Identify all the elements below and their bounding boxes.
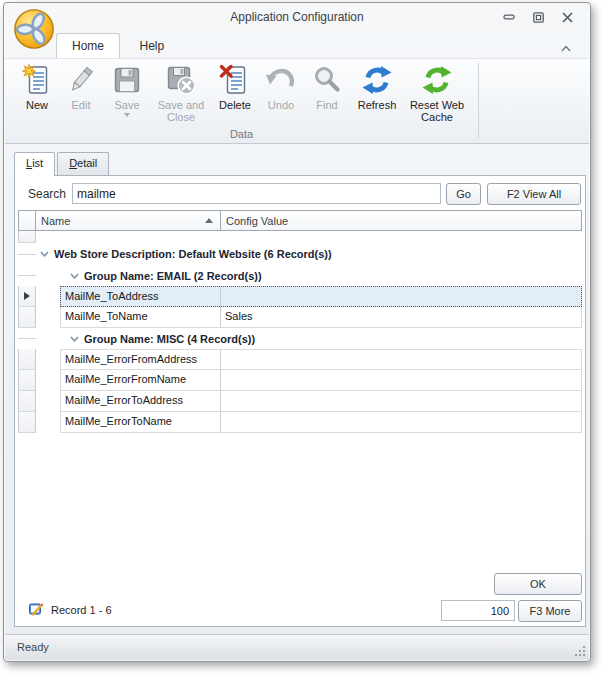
tab-list-label: List <box>26 157 43 169</box>
cell-config-value[interactable] <box>221 349 582 370</box>
close-icon <box>562 12 573 23</box>
ribbon-buttons: New Edit <box>15 62 471 125</box>
cell-name[interactable]: MailMe_ErrorToName <box>60 412 221 433</box>
save-and-close-button-label: Save and Close <box>155 99 207 123</box>
tab-detail[interactable]: Detail <box>57 152 109 175</box>
row-header-stub <box>18 210 36 231</box>
row-indent <box>36 391 60 412</box>
row-header-cell <box>18 254 36 255</box>
cell-config-value[interactable] <box>221 391 582 412</box>
cell-name[interactable]: MailMe_ErrorToAddress <box>60 391 221 412</box>
ribbon-group-separator <box>478 63 479 138</box>
application-window: Application Configuration <box>3 2 591 662</box>
cell-name[interactable]: MailMe_ToName <box>60 307 221 328</box>
collapse-ribbon-button[interactable] <box>560 40 574 52</box>
save-button-label: Save <box>114 99 139 111</box>
status-text: Ready <box>17 641 49 653</box>
reset-web-cache-button[interactable]: Reset Web Cache <box>404 62 470 125</box>
record-count-label: Record 1 - 6 <box>51 604 112 616</box>
chevron-down-icon[interactable] <box>69 271 80 281</box>
tab-list[interactable]: List <box>14 152 55 176</box>
record-book-icon <box>28 601 44 617</box>
group-label: Group Name: MISC (4 Record(s)) <box>84 333 255 345</box>
table-row[interactable]: MailMe_ErrorFromName <box>18 370 582 391</box>
restore-button[interactable] <box>531 11 545 23</box>
row-header-cell <box>18 231 36 243</box>
current-row-indicator-icon <box>24 292 30 300</box>
minimize-icon <box>503 12 515 22</box>
delete-button[interactable]: Delete <box>212 62 258 113</box>
chevron-down-icon[interactable] <box>69 334 80 344</box>
find-button[interactable]: Find <box>304 62 350 113</box>
find-button-label: Find <box>316 99 337 111</box>
row-indent <box>36 370 60 391</box>
dropdown-arrow-icon <box>124 113 130 117</box>
table-row[interactable]: MailMe_ToAddress <box>18 286 582 307</box>
column-header-config-value-label: Config Value <box>226 215 288 227</box>
ok-button[interactable]: OK <box>494 573 582 595</box>
edit-button[interactable]: Edit <box>60 62 102 113</box>
status-bar: Ready <box>5 634 589 660</box>
row-selector[interactable] <box>18 391 36 412</box>
group-row-email[interactable]: Group Name: EMAIL (2 Record(s)) <box>18 265 582 286</box>
search-input[interactable] <box>72 183 441 204</box>
save-and-close-icon <box>165 64 197 96</box>
row-selector[interactable] <box>18 286 36 307</box>
cell-name[interactable]: MailMe_ToAddress <box>60 286 221 307</box>
save-button[interactable]: Save <box>104 62 150 119</box>
search-label: Search <box>28 187 66 201</box>
page-size-input[interactable] <box>441 600 515 621</box>
column-header-name[interactable]: Name <box>36 210 221 231</box>
row-indent <box>36 349 60 370</box>
row-selector[interactable] <box>18 349 36 370</box>
view-tabs: List Detail <box>14 152 111 176</box>
new-button-label: New <box>26 99 48 111</box>
app-logo-icon[interactable] <box>13 8 55 50</box>
reset-web-cache-button-label: Reset Web Cache <box>407 99 467 123</box>
resize-grip[interactable] <box>573 644 585 656</box>
close-button[interactable] <box>560 11 574 23</box>
cell-name[interactable]: MailMe_ErrorFromAddress <box>60 349 221 370</box>
list-panel: Search Go F2 View All Name Config Value <box>14 175 586 627</box>
column-header-name-label: Name <box>41 215 70 227</box>
row-header-cell <box>18 275 36 276</box>
minimize-button[interactable] <box>502 11 516 23</box>
ribbon-group-label: Data <box>5 128 478 140</box>
tab-home[interactable]: Home <box>56 33 120 59</box>
table-row[interactable]: MailMe_ErrorToAddress <box>18 391 582 412</box>
more-button[interactable]: F3 More <box>518 600 582 622</box>
sort-ascending-icon <box>205 218 213 223</box>
pencil-icon <box>65 64 97 96</box>
column-header-config-value[interactable]: Config Value <box>221 210 582 231</box>
save-icon <box>111 64 143 96</box>
go-button[interactable]: Go <box>446 183 481 205</box>
grid-header: Name Config Value <box>18 210 582 231</box>
grid-spacer-row <box>18 231 582 243</box>
undo-icon <box>265 64 297 96</box>
title-bar[interactable]: Application Configuration <box>4 3 590 31</box>
cell-config-value[interactable] <box>221 286 582 307</box>
row-header-cell <box>18 338 36 339</box>
table-row[interactable]: MailMe_ToName Sales <box>18 307 582 328</box>
cell-config-value[interactable] <box>221 370 582 391</box>
undo-button[interactable]: Undo <box>260 62 302 113</box>
group-row-misc[interactable]: Group Name: MISC (4 Record(s)) <box>18 328 582 349</box>
refresh-button[interactable]: Refresh <box>352 62 402 113</box>
chevron-down-icon[interactable] <box>39 249 50 259</box>
cell-config-value[interactable] <box>221 412 582 433</box>
row-selector[interactable] <box>18 370 36 391</box>
view-all-button[interactable]: F2 View All <box>487 183 581 205</box>
table-row[interactable]: MailMe_ErrorToName <box>18 412 582 433</box>
row-selector[interactable] <box>18 412 36 433</box>
new-button[interactable]: New <box>16 62 58 113</box>
save-and-close-button[interactable]: Save and Close <box>152 62 210 125</box>
table-row[interactable]: MailMe_ErrorFromAddress <box>18 349 582 370</box>
cell-config-value[interactable]: Sales <box>221 307 582 328</box>
group-row-webstore[interactable]: Web Store Description: Default Website (… <box>18 243 582 265</box>
ribbon-tab-row: Home Help <box>4 31 590 58</box>
chevron-up-icon <box>560 44 572 54</box>
delete-document-icon <box>219 64 251 96</box>
cell-name[interactable]: MailMe_ErrorFromName <box>60 370 221 391</box>
tab-help[interactable]: Help <box>124 34 179 59</box>
row-selector[interactable] <box>18 307 36 328</box>
